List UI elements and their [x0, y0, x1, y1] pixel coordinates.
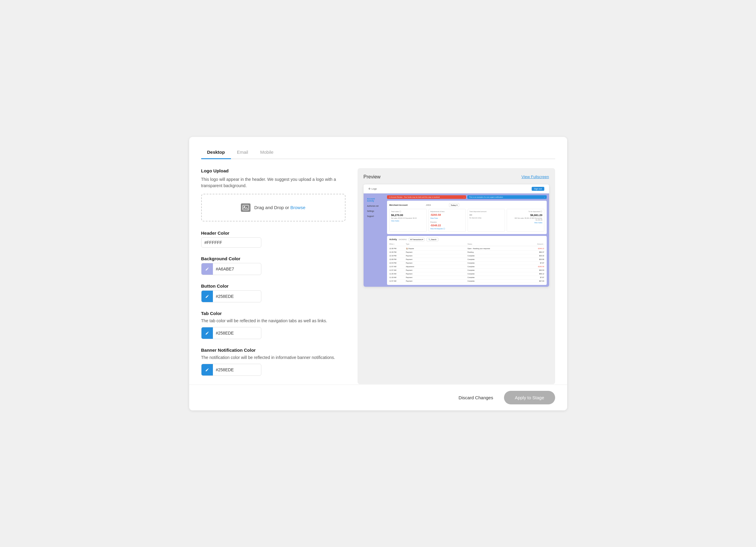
- banner-color-input[interactable]: [213, 365, 252, 375]
- mockup-stat-to-be-deposited-value: $6,661.20: [509, 213, 542, 217]
- tab-color-section: Tab Color The tab color will be reflecte…: [201, 311, 346, 339]
- button-color-input-wrapper: [201, 291, 261, 303]
- banner-color-swatch[interactable]: [201, 364, 213, 376]
- mockup-stat-deposited-sub: No deposits today: [469, 217, 503, 219]
- header-color-input-wrapper: [201, 237, 261, 247]
- mockup-view-sales-link[interactable]: View Sales: [391, 220, 425, 222]
- mockup-stat-adjustments: Adjustments & fees -$260.58 View Fees Di…: [429, 209, 466, 232]
- mockup-search-field[interactable]: 🔍 Search: [426, 238, 438, 241]
- mockup-sidebar: Account Activity Authorize.net Settings …: [364, 193, 385, 287]
- mockup-stat-adjustments-value: -$260.58: [430, 213, 464, 216]
- table-row: 12:08 PM Payment Complete $20.86: [389, 258, 544, 261]
- mockup-merchant-box: Merchant Account .0004 Today ▾ Total sal…: [387, 201, 547, 234]
- banner-color-input-wrapper: [201, 364, 261, 376]
- banner-color-desc: The notification color will be reflected…: [201, 355, 346, 361]
- mockup-logo-label: Logo: [372, 187, 377, 190]
- mockup-stat-deposited-label: Total deposited amount: [469, 210, 503, 212]
- mockup-stat-total-sales-label: Total sales ⓘ: [391, 210, 425, 213]
- logo-upload-area[interactable]: Drag and Drop or Browse: [201, 194, 346, 221]
- button-color-input[interactable]: [213, 292, 252, 301]
- mockup-view-disputes-link[interactable]: View All Disputes ⓘ: [430, 228, 464, 230]
- upload-text: Drag and Drop or Browse: [254, 205, 305, 210]
- banner-color-label: Banner Notification Color: [201, 348, 346, 353]
- mockup-main-content: ⚠ Account Review - Your funds may be hel…: [385, 193, 549, 287]
- tab-desktop[interactable]: Desktop: [201, 146, 231, 159]
- mockup-stat-to-be-deposited-label: To be deposited ⓘ: [509, 210, 542, 213]
- mockup-stat-total-sales-sub: Net sales: $5,661.20 Deposited: $0.00: [391, 217, 425, 219]
- mockup-merchant-title: Merchant Account .0004 Today ▾: [389, 203, 544, 207]
- mockup-alert-chevron: ›: [464, 196, 464, 198]
- mockup-col-amount: Amount ↕: [529, 243, 544, 245]
- mockup-today-dropdown[interactable]: Today ▾: [449, 203, 459, 207]
- table-row: 11:18 AM Payment Complete $7.87: [389, 276, 544, 280]
- mockup-logo: ⚙ Logo: [368, 187, 377, 190]
- browse-link[interactable]: Browse: [290, 205, 306, 210]
- mockup-col-when: When ↕: [389, 243, 406, 245]
- background-color-input-wrapper: [201, 263, 261, 275]
- mockup-merchant-id: .0004: [426, 204, 431, 206]
- mockup-body: Account Activity Authorize.net Settings …: [364, 193, 549, 287]
- mockup-alert-row: ⚠ Account Review - Your funds may be hel…: [387, 195, 547, 199]
- mockup-header: ⚙ Logo Sign out: [364, 184, 549, 193]
- header-color-input[interactable]: [201, 238, 250, 247]
- mockup-stat-deposited-value: —: [469, 213, 503, 216]
- mockup-view-sales-link-2[interactable]: View Sales: [509, 222, 542, 223]
- mockup-stat-total-sales-value: $6,270.00: [391, 213, 425, 217]
- tab-color-desc: The tab color will be reflected in the n…: [201, 318, 346, 324]
- pencil-icon-3: [205, 331, 209, 335]
- mockup-table-header-row: Activity SHOWING All Transactions ▾ 🔍 Se…: [389, 238, 544, 241]
- tab-mobile[interactable]: Mobile: [254, 146, 279, 159]
- mockup-logo-icon: ⚙: [368, 187, 370, 190]
- table-row: 11:20 AM Payment Complete $58.12: [389, 272, 544, 276]
- tab-color-input[interactable]: [213, 328, 252, 338]
- left-panel: Logo Upload This logo will appear in the…: [201, 168, 346, 384]
- mockup-sign-out-btn[interactable]: Sign out: [532, 187, 544, 191]
- mockup-table-cols: When ↕ Type Status Amount ↕: [389, 243, 544, 246]
- tabs-bar: Desktop Email Mobile: [201, 146, 555, 159]
- table-row: 12:18 PM Payment Complete $33.32: [389, 254, 544, 258]
- mockup-col-type: Type: [406, 243, 468, 245]
- table-row: 11:57 AM Payment Complete $67.63: [389, 280, 544, 283]
- button-color-section: Button Color: [201, 284, 346, 303]
- pencil-icon-4: [205, 368, 209, 372]
- preview-panel: Preview View Fullscreen ⚙ Logo Sign out: [358, 168, 555, 384]
- mockup-merchant-label: Merchant Account: [389, 204, 408, 206]
- view-fullscreen-link[interactable]: View Fullscreen: [521, 174, 549, 179]
- image-icon: [242, 205, 249, 210]
- mockup-activity-label: Activity: [389, 238, 397, 240]
- mockup-alert-info-chevron: ›: [544, 196, 545, 198]
- table-row: 12:20 PM Payment Pending $66.37: [389, 250, 544, 254]
- mockup-view-fees-link[interactable]: View Fees: [430, 217, 464, 219]
- tab-email[interactable]: Email: [231, 146, 254, 159]
- preview-mockup: ⚙ Logo Sign out Account Activity Authori…: [364, 184, 549, 287]
- table-row: 12:04 PM Payment Complete $7.87: [389, 261, 544, 265]
- tab-color-swatch[interactable]: [201, 327, 213, 339]
- footer: Discard Changes Apply to Stage: [189, 385, 567, 410]
- table-row: 11:57 AM Payment Complete $40.53: [389, 269, 544, 272]
- discard-changes-button[interactable]: Discard Changes: [454, 392, 498, 403]
- pencil-icon: [205, 267, 209, 271]
- table-row: 11:57 AM Adjustment Complete -$260.58: [389, 265, 544, 269]
- preview-title: Preview: [364, 174, 381, 180]
- mockup-sidebar-support[interactable]: Support: [366, 214, 382, 218]
- apply-to-stage-button[interactable]: Apply to Stage: [504, 391, 555, 404]
- table-row: 12:30 PM 🏠 Dispute Open - Awaiting your …: [389, 247, 544, 250]
- mockup-stat-total-sales: Total sales ⓘ $6,270.00 Net sales: $5,66…: [389, 209, 427, 232]
- background-color-input[interactable]: [213, 264, 252, 274]
- mockup-sidebar-settings[interactable]: Settings: [366, 209, 382, 213]
- upload-icon: [241, 203, 250, 212]
- mockup-table-section: Activity SHOWING All Transactions ▾ 🔍 Se…: [387, 236, 547, 285]
- button-color-swatch[interactable]: [201, 291, 213, 302]
- pencil-icon-2: [205, 294, 209, 299]
- mockup-stat-adjustments-label: Adjustments & fees: [430, 210, 464, 212]
- mockup-alert-error: ⚠ Account Review - Your funds may be hel…: [387, 195, 466, 199]
- mockup-stat-total-deposited: Total deposited amount — No deposits tod…: [468, 209, 505, 232]
- button-color-label: Button Color: [201, 284, 346, 289]
- mockup-sidebar-authorize[interactable]: Authorize.net: [366, 204, 382, 208]
- background-color-swatch[interactable]: [201, 263, 213, 275]
- mockup-stat-disputes-value: -$348.22: [430, 224, 464, 227]
- mockup-sidebar-account-activity[interactable]: Account Activity: [366, 196, 382, 203]
- mockup-all-transactions-dropdown[interactable]: All Transactions ▾: [409, 238, 425, 241]
- mockup-stat-to-be-deposited: To be deposited ⓘ $6,661.20 $00 Net sale…: [507, 209, 544, 232]
- main-container: Desktop Email Mobile Logo Upload This lo…: [189, 137, 567, 410]
